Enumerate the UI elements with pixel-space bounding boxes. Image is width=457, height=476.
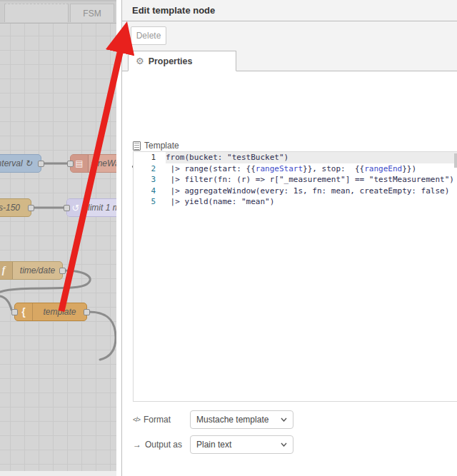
file-code-icon <box>133 141 141 151</box>
code-line[interactable]: 2 |> range(start: {{rangeStart}}, stop: … <box>134 163 457 175</box>
node-interval-label: interval ↻ <box>0 158 41 168</box>
workspace-tab-fsm-label: FSM <box>83 9 101 19</box>
code-line[interactable]: 5 |> yield(name: "mean") <box>134 196 457 208</box>
tab-properties-label: Properties <box>149 56 193 66</box>
code-text[interactable]: |> range(start: {{rangeStart}}, stop: {{… <box>166 163 457 175</box>
node-template-label: template <box>33 307 86 317</box>
output-as-label-text: Output as <box>145 440 182 450</box>
node-s150-output-port[interactable] <box>28 205 34 211</box>
canvas-horizontal-scrollbar[interactable] <box>0 471 116 476</box>
dialog-title: Edit template node <box>132 5 215 16</box>
node-timedate-output-port[interactable] <box>59 268 66 274</box>
workspace-tab-fsm[interactable]: FSM <box>70 4 114 22</box>
tab-properties[interactable]: ⚙ Properties <box>128 51 236 71</box>
dialog-tabbar: ⚙ Properties <box>122 47 457 71</box>
node-limit-input-port[interactable] <box>64 205 70 211</box>
line-number: 5 <box>134 196 166 208</box>
template-editor-lines[interactable]: 1from(bucket: "testBucket")2 |> range(st… <box>134 152 457 208</box>
line-number: 3 <box>134 174 166 186</box>
line-number: 1 <box>134 152 166 163</box>
chevron-down-icon <box>281 417 287 422</box>
arrow-right-icon: → <box>133 440 141 450</box>
gear-icon: ⚙ <box>136 56 144 66</box>
code-brackets-icon: </> <box>133 416 140 423</box>
node-s150-label: s-150 <box>0 203 31 213</box>
editor-scrollbar[interactable] <box>454 153 457 168</box>
dialog-toolbar: Delete <box>122 21 457 47</box>
tray-resize-gutter[interactable] <box>116 0 121 476</box>
template-editor[interactable]: 1from(bucket: "testBucket")2 |> range(st… <box>133 151 457 402</box>
format-label-text: Format <box>144 415 171 425</box>
code-text[interactable]: |> yield(name: "mean") <box>166 196 457 208</box>
dialog-header: Edit template node <box>122 0 457 21</box>
node-sinewave[interactable]: ▤ sineWave <box>70 154 116 173</box>
node-template-input-port[interactable] <box>11 309 18 315</box>
format-select[interactable]: Mustache template <box>190 410 293 429</box>
node-interval-output-port[interactable] <box>38 161 44 167</box>
node-template-output-port[interactable] <box>84 309 90 315</box>
code-text[interactable]: |> aggregateWindow(every: 1s, fn: mean, … <box>166 186 457 197</box>
code-text[interactable]: |> filter(fn: (r) => r["_measurement"] =… <box>166 174 457 186</box>
chevron-down-icon <box>281 442 287 447</box>
code-line[interactable]: 1from(bucket: "testBucket") <box>134 152 457 163</box>
timedate-icon: f <box>0 262 13 279</box>
template-label: Template <box>133 140 194 151</box>
output-as-select-value: Plain text <box>196 440 281 450</box>
edit-template-dialog: Edit template node Delete ⚙ Properties N… <box>121 0 457 476</box>
node-limit-label: limit 1 ms <box>85 203 116 213</box>
node-template[interactable]: { template <box>14 303 87 321</box>
code-line[interactable]: 3 |> filter(fn: (r) => r["_measurement"]… <box>134 174 457 186</box>
format-select-value: Mustache template <box>196 415 281 425</box>
node-timedate[interactable]: f time/date <box>0 261 63 280</box>
template-label-text: Template <box>144 141 179 151</box>
flow-canvas[interactable]: interval ↻ ▤ sineWave s-150 ↺ limit 1 ms… <box>0 0 116 471</box>
node-s150[interactable]: s-150 <box>0 198 31 217</box>
code-text[interactable]: from(bucket: "testBucket") <box>166 152 457 163</box>
node-interval[interactable]: interval ↻ <box>0 154 41 173</box>
node-timedate-label: time/date <box>13 265 62 275</box>
flow-wires <box>0 0 116 471</box>
delete-button[interactable]: Delete <box>131 26 166 45</box>
dialog-form: Name ••• Property ▾ msg. query Template … <box>122 71 457 476</box>
workspace-tabbar: FSM <box>0 0 116 24</box>
wire-into-template <box>0 296 11 310</box>
output-as-select[interactable]: Plain text <box>190 435 293 454</box>
node-sinewave-label: sineWave <box>89 158 116 168</box>
line-number: 2 <box>134 163 166 175</box>
node-limit[interactable]: ↺ limit 1 ms <box>66 198 116 217</box>
format-label: </> Format <box>133 410 194 429</box>
line-number: 4 <box>134 186 166 197</box>
wire-template-out <box>89 312 116 360</box>
delete-button-label: Delete <box>136 31 161 41</box>
workspace-tab-hidden[interactable] <box>4 4 69 22</box>
node-sinewave-input-port[interactable] <box>67 161 74 167</box>
output-as-label: → Output as <box>133 435 194 454</box>
code-line[interactable]: 4 |> aggregateWindow(every: 1s, fn: mean… <box>134 186 457 197</box>
